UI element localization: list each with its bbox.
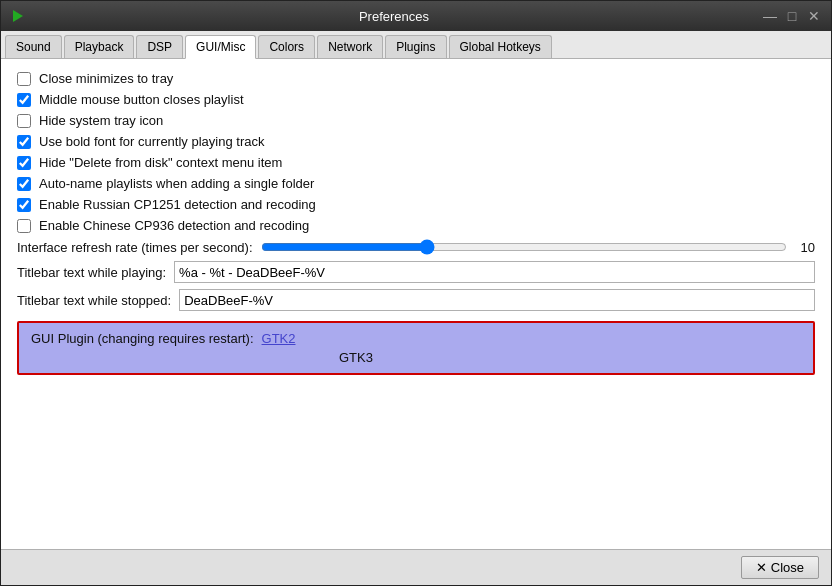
- title-bar-buttons: — □ ✕: [761, 7, 823, 25]
- checkbox-hide-delete-input[interactable]: [17, 156, 31, 170]
- tab-playback[interactable]: Playback: [64, 35, 135, 58]
- checkbox-chinese-cp936: Enable Chinese CP936 detection and recod…: [17, 218, 815, 233]
- tab-sound[interactable]: Sound: [5, 35, 62, 58]
- refresh-rate-label: Interface refresh rate (times per second…: [17, 240, 253, 255]
- minimize-button[interactable]: —: [761, 7, 779, 25]
- tab-colors[interactable]: Colors: [258, 35, 315, 58]
- gui-plugin-gtk3-row: GTK3: [31, 350, 801, 365]
- titlebar-stopped-row: Titlebar text while stopped:: [17, 289, 815, 311]
- refresh-rate-row: Interface refresh rate (times per second…: [17, 239, 815, 255]
- tabs-bar: Sound Playback DSP GUI/Misc Colors Netwo…: [1, 31, 831, 59]
- titlebar-stopped-input[interactable]: [179, 289, 815, 311]
- preferences-window: Preferences — □ ✕ Sound Playback DSP GUI…: [0, 0, 832, 586]
- checkbox-russian-cp1251-label: Enable Russian CP1251 detection and reco…: [39, 197, 316, 212]
- tab-network[interactable]: Network: [317, 35, 383, 58]
- checkbox-bold-font: Use bold font for currently playing trac…: [17, 134, 815, 149]
- checkbox-auto-name: Auto-name playlists when adding a single…: [17, 176, 815, 191]
- checkbox-middle-mouse: Middle mouse button closes playlist: [17, 92, 815, 107]
- title-bar: Preferences — □ ✕: [1, 1, 831, 31]
- checkbox-hide-delete-label: Hide "Delete from disk" context menu ite…: [39, 155, 282, 170]
- checkbox-hide-tray: Hide system tray icon: [17, 113, 815, 128]
- content-area: Close minimizes to tray Middle mouse but…: [1, 59, 831, 549]
- checkbox-russian-cp1251: Enable Russian CP1251 detection and reco…: [17, 197, 815, 212]
- gui-plugin-row: GUI Plugin (changing requires restart): …: [31, 331, 801, 346]
- gui-plugin-section: GUI Plugin (changing requires restart): …: [17, 321, 815, 375]
- tab-plugins[interactable]: Plugins: [385, 35, 446, 58]
- titlebar-playing-label: Titlebar text while playing:: [17, 265, 166, 280]
- titlebar-stopped-label: Titlebar text while stopped:: [17, 293, 171, 308]
- checkbox-hide-tray-input[interactable]: [17, 114, 31, 128]
- checkbox-chinese-cp936-input[interactable]: [17, 219, 31, 233]
- tab-dsp[interactable]: DSP: [136, 35, 183, 58]
- checkbox-close-minimizes-input[interactable]: [17, 72, 31, 86]
- tab-gui-misc[interactable]: GUI/Misc: [185, 35, 256, 59]
- footer: ✕ Close: [1, 549, 831, 585]
- gui-plugin-label: GUI Plugin (changing requires restart):: [31, 331, 254, 346]
- titlebar-playing-input[interactable]: [174, 261, 815, 283]
- checkbox-hide-tray-label: Hide system tray icon: [39, 113, 163, 128]
- close-button[interactable]: ✕ Close: [741, 556, 819, 579]
- tab-global-hotkeys[interactable]: Global Hotkeys: [449, 35, 552, 58]
- close-window-button[interactable]: ✕: [805, 7, 823, 25]
- checkbox-middle-mouse-label: Middle mouse button closes playlist: [39, 92, 244, 107]
- gui-plugin-gtk2[interactable]: GTK2: [262, 331, 296, 346]
- gui-plugin-gtk3[interactable]: GTK3: [339, 350, 373, 365]
- maximize-button[interactable]: □: [783, 7, 801, 25]
- checkbox-auto-name-label: Auto-name playlists when adding a single…: [39, 176, 314, 191]
- refresh-rate-value: 10: [795, 240, 815, 255]
- close-icon: ✕: [756, 560, 767, 575]
- close-label: Close: [771, 560, 804, 575]
- checkbox-auto-name-input[interactable]: [17, 177, 31, 191]
- checkbox-russian-cp1251-input[interactable]: [17, 198, 31, 212]
- checkbox-close-minimizes: Close minimizes to tray: [17, 71, 815, 86]
- refresh-rate-slider[interactable]: [261, 239, 787, 255]
- checkbox-hide-delete: Hide "Delete from disk" context menu ite…: [17, 155, 815, 170]
- window-title: Preferences: [27, 9, 761, 24]
- checkbox-bold-font-label: Use bold font for currently playing trac…: [39, 134, 264, 149]
- checkbox-middle-mouse-input[interactable]: [17, 93, 31, 107]
- checkbox-close-minimizes-label: Close minimizes to tray: [39, 71, 173, 86]
- checkbox-chinese-cp936-label: Enable Chinese CP936 detection and recod…: [39, 218, 309, 233]
- checkbox-bold-font-input[interactable]: [17, 135, 31, 149]
- svg-marker-0: [13, 10, 23, 22]
- app-icon: [9, 7, 27, 25]
- titlebar-playing-row: Titlebar text while playing:: [17, 261, 815, 283]
